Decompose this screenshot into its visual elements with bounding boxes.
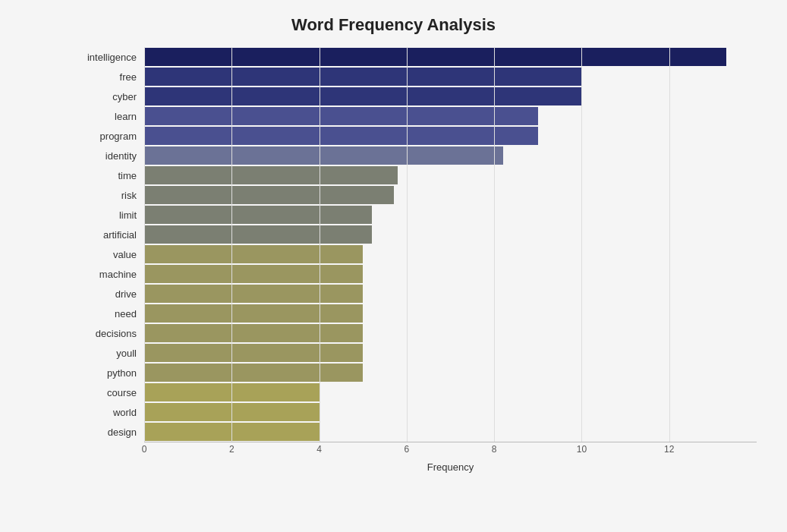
bar-row xyxy=(144,423,757,441)
bar-label: decisions xyxy=(76,324,144,342)
bar-fill xyxy=(144,87,581,105)
bar-fill xyxy=(144,383,320,401)
bar-row xyxy=(144,146,757,165)
bar-label: limit xyxy=(76,206,144,224)
x-tick: 4 xyxy=(316,444,322,455)
bar-row xyxy=(144,324,757,342)
bar-label: identity xyxy=(76,146,144,165)
bar-label: intelligence xyxy=(76,48,144,66)
bar-label: value xyxy=(76,245,144,263)
bar-fill xyxy=(144,68,581,86)
bar-label: machine xyxy=(76,265,144,283)
bar-row xyxy=(144,48,757,66)
bar-fill xyxy=(144,344,363,362)
bar-fill xyxy=(144,324,363,342)
x-tick: 8 xyxy=(492,444,497,455)
bar-fill xyxy=(144,304,363,323)
bar-label: risk xyxy=(76,186,144,204)
x-tick: 2 xyxy=(229,444,235,455)
bar-label: program xyxy=(76,127,144,145)
bar-fill xyxy=(144,423,320,441)
bar-label: python xyxy=(76,364,144,382)
bar-fill xyxy=(144,127,538,145)
bar-fill xyxy=(144,403,320,421)
bar-label: free xyxy=(76,68,144,86)
bar-row xyxy=(144,403,757,421)
bar-row xyxy=(144,127,757,145)
bar-fill xyxy=(144,186,394,204)
bar-row xyxy=(144,166,757,184)
bar-fill xyxy=(144,245,363,263)
bar-row xyxy=(144,245,757,263)
bar-row xyxy=(144,285,757,303)
bar-label: youll xyxy=(76,344,144,362)
bar-label: drive xyxy=(76,285,144,303)
bar-row xyxy=(144,107,757,125)
chart-container: Word Frequency Analysis intelligencefree… xyxy=(0,0,787,532)
bar-row xyxy=(144,383,757,401)
bar-fill xyxy=(144,48,726,66)
bar-label: cyber xyxy=(76,87,144,105)
bar-label: design xyxy=(76,423,144,441)
bar-label: learn xyxy=(76,107,144,125)
bar-fill xyxy=(144,364,363,382)
bar-fill xyxy=(144,225,372,244)
bar-fill xyxy=(144,146,503,165)
bar-label: artificial xyxy=(76,225,144,244)
bar-row xyxy=(144,87,757,105)
bar-row xyxy=(144,364,757,382)
bar-label: course xyxy=(76,383,144,401)
bar-label: world xyxy=(76,403,144,421)
chart-title: Word Frequency Analysis xyxy=(30,15,757,35)
bar-row xyxy=(144,304,757,323)
x-tick: 0 xyxy=(142,444,147,455)
bar-row xyxy=(144,206,757,224)
bar-fill xyxy=(144,206,372,224)
x-axis-label: Frequency xyxy=(144,461,757,473)
bar-row xyxy=(144,265,757,283)
bar-fill xyxy=(144,107,538,125)
x-tick: 10 xyxy=(577,444,587,455)
x-tick: 12 xyxy=(664,444,674,455)
bar-row xyxy=(144,186,757,204)
bar-row xyxy=(144,344,757,362)
bar-fill xyxy=(144,285,363,303)
bar-row xyxy=(144,225,757,244)
bar-label: need xyxy=(76,304,144,323)
bar-fill xyxy=(144,166,398,184)
bar-row xyxy=(144,68,757,86)
bar-fill xyxy=(144,265,363,283)
bar-label: time xyxy=(76,166,144,184)
x-tick: 6 xyxy=(405,444,410,455)
